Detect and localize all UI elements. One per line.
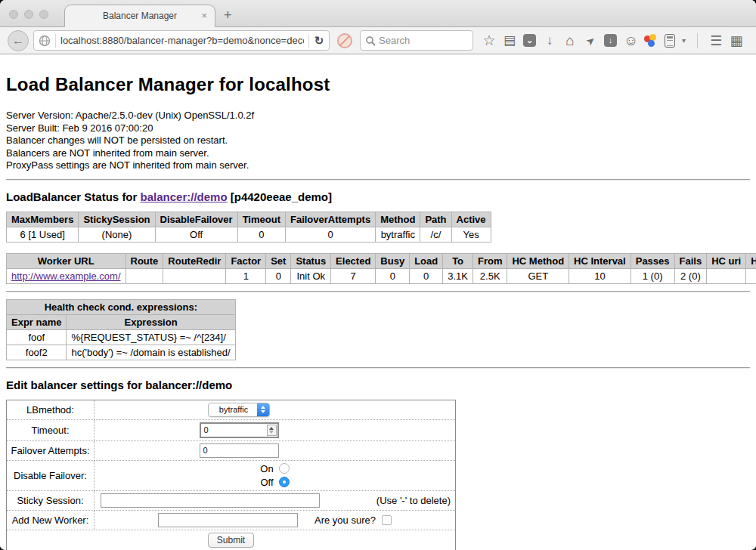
extension-caret-icon[interactable]: ▾	[682, 36, 686, 45]
failover-off-radio[interactable]	[279, 477, 290, 487]
edit-settings-heading: Edit balancer settings for balancer://de…	[6, 379, 750, 391]
off-radio-label: Off	[260, 477, 273, 488]
col-path: Path	[420, 212, 451, 227]
pocket-icon[interactable]: ⌄	[523, 34, 536, 47]
url-input[interactable]	[56, 35, 308, 46]
server-info: Server Version: Apache/2.5.0-dev (Unix) …	[6, 110, 750, 172]
select-stepper-icon	[257, 403, 269, 417]
zoom-window-button[interactable]	[39, 10, 48, 19]
window-controls	[9, 10, 48, 19]
menu-hamburger-icon[interactable]: ☰	[709, 34, 723, 48]
navigation-toolbar: ← ↻ ☆ ▤ ⌄ ↓ ⌂ ➤	[0, 27, 756, 54]
status-heading: LoadBalancer Status for balancer://demo …	[6, 190, 750, 203]
persist-warning-line: Balancer changes will NOT be persisted o…	[6, 134, 750, 147]
sticky-session-note: (Use '-' to delete)	[376, 495, 451, 506]
search-icon	[365, 36, 376, 46]
col-method: Method	[376, 212, 420, 227]
are-you-sure-checkbox[interactable]	[382, 515, 392, 525]
bookmark-star-icon[interactable]: ☆	[482, 34, 496, 48]
submit-button[interactable]: Submit	[208, 533, 254, 548]
table-row: foof2 hc('body') =~ /domain is establish…	[7, 345, 236, 360]
battery-extension-icon[interactable]	[665, 34, 675, 48]
worker-url-link[interactable]: http://www.example.com/	[11, 270, 121, 282]
col-disablefailover: DisableFailover	[155, 212, 237, 227]
disable-failover-label: Disable Failover:	[7, 460, 94, 490]
add-worker-label: Add New Worker:	[7, 510, 94, 530]
back-button[interactable]: ←	[8, 30, 29, 51]
status-heading-prefix: LoadBalancer Status for	[6, 190, 141, 203]
col-stickysession: StickySession	[79, 212, 155, 227]
minimize-window-button[interactable]	[24, 10, 33, 19]
new-tab-button[interactable]: +	[224, 8, 232, 23]
col-timeout: Timeout	[237, 212, 285, 227]
url-bar[interactable]: ↻	[33, 30, 330, 51]
panel-download-icon[interactable]: ↓	[604, 34, 617, 47]
col-failoverattempts: FailoverAttempts	[285, 212, 375, 227]
lbmethod-select[interactable]: bytraffic	[208, 403, 270, 417]
disable-failover-row: Disable Failover: On Off	[7, 460, 456, 490]
table-title-row: Health check cond. expressions:	[7, 299, 236, 314]
failover-attempts-row: Failover Attempts:	[7, 440, 456, 460]
health-table-title: Health check cond. expressions:	[7, 299, 236, 314]
timeout-label: Timeout:	[7, 419, 94, 440]
col-maxmembers: MaxMembers	[7, 212, 79, 227]
failover-on-radio[interactable]	[279, 463, 290, 474]
page-content: Load Balancer Manager for localhost Serv…	[0, 54, 756, 549]
table-header-row: Expr name Expression	[7, 314, 236, 329]
table-row: foof %{REQUEST_STATUS} =~ /^[234]/	[7, 329, 236, 345]
search-input[interactable]	[379, 35, 468, 46]
tab-bar: Balancer Manager × +	[0, 0, 756, 27]
send-tab-icon[interactable]: ➤	[581, 31, 600, 50]
edit-balancer-form: LBmethod: bytraffic Timeout:	[6, 400, 456, 550]
health-check-table: Health check cond. expressions: Expr nam…	[6, 299, 236, 360]
server-built-line: Server Built: Feb 9 2016 07:00:20	[6, 122, 750, 135]
failover-attempts-label: Failover Attempts:	[7, 440, 94, 460]
on-radio-label: On	[260, 463, 273, 474]
section-divider	[6, 367, 750, 369]
back-icon: ←	[12, 34, 24, 48]
search-bar[interactable]	[360, 30, 473, 51]
home-icon[interactable]: ⌂	[563, 34, 577, 48]
reading-list-icon[interactable]: ▤	[503, 34, 516, 48]
lbmethod-selected-value: bytraffic	[209, 405, 257, 414]
server-version-line: Server Version: Apache/2.5.0-dev (Unix) …	[6, 110, 750, 122]
colored-dots-extension-icon[interactable]	[644, 34, 658, 48]
inherit-warning-line: Balancers are NOT inherited from main se…	[6, 147, 750, 160]
toolbar-icons: ☆ ▤ ⌄ ↓ ⌂ ➤ ↓ ☺ ▾ ☰ ▦	[482, 33, 743, 48]
feedback-smiley-icon[interactable]: ☺	[624, 34, 637, 48]
col-expr-name: Expr name	[7, 314, 67, 329]
table-row: 6 [1 Used] (None) Off 0 0 bytraffic /c/ …	[7, 227, 491, 242]
downloads-icon[interactable]: ↓	[543, 34, 556, 48]
table-header-row: Worker URL Route RouteRedir Factor Set S…	[7, 253, 756, 268]
add-worker-input[interactable]	[158, 513, 298, 527]
proxypass-warning-line: ProxyPass settings are NOT inherited fro…	[6, 159, 750, 172]
lbmethod-row: LBmethod: bytraffic	[7, 400, 456, 419]
tab-close-icon[interactable]: ×	[201, 10, 207, 22]
section-divider	[6, 179, 750, 181]
page-title: Load Balancer Manager for localhost	[6, 54, 750, 95]
pages-grid-icon[interactable]: ▦	[730, 34, 743, 48]
sticky-session-input[interactable]	[101, 493, 320, 508]
timeout-row: Timeout:	[7, 419, 456, 440]
balancer-demo-link[interactable]: balancer://demo	[141, 190, 228, 203]
table-row: http://www.example.com/ 1 0 Init Ok 7 0 …	[7, 268, 756, 283]
col-worker-url: Worker URL	[7, 253, 126, 268]
adblock-icon[interactable]	[337, 33, 352, 48]
number-spinner-icon[interactable]	[267, 425, 277, 436]
sticky-session-label: Sticky Session:	[7, 490, 94, 510]
browser-window: Balancer Manager × + ← ↻	[0, 0, 756, 550]
are-you-sure-label: Are you sure?	[314, 514, 376, 526]
reload-icon[interactable]: ↻	[309, 34, 329, 48]
col-active: Active	[451, 212, 491, 227]
failover-attempts-input[interactable]	[200, 443, 279, 458]
worker-table: Worker URL Route RouteRedir Factor Set S…	[6, 253, 756, 284]
lbmethod-label: LBmethod:	[7, 400, 94, 419]
close-window-button[interactable]	[9, 10, 18, 19]
tab-title: Balancer Manager	[103, 11, 177, 21]
tab-balancer-manager[interactable]: Balancer Manager ×	[64, 5, 215, 27]
submit-row: Submit	[7, 530, 456, 550]
toolbar-divider	[697, 33, 698, 48]
status-heading-suffix: [p4420eeae_demo]	[228, 190, 332, 203]
add-worker-row: Add New Worker: Are you sure?	[7, 510, 456, 530]
section-divider	[6, 291, 750, 292]
